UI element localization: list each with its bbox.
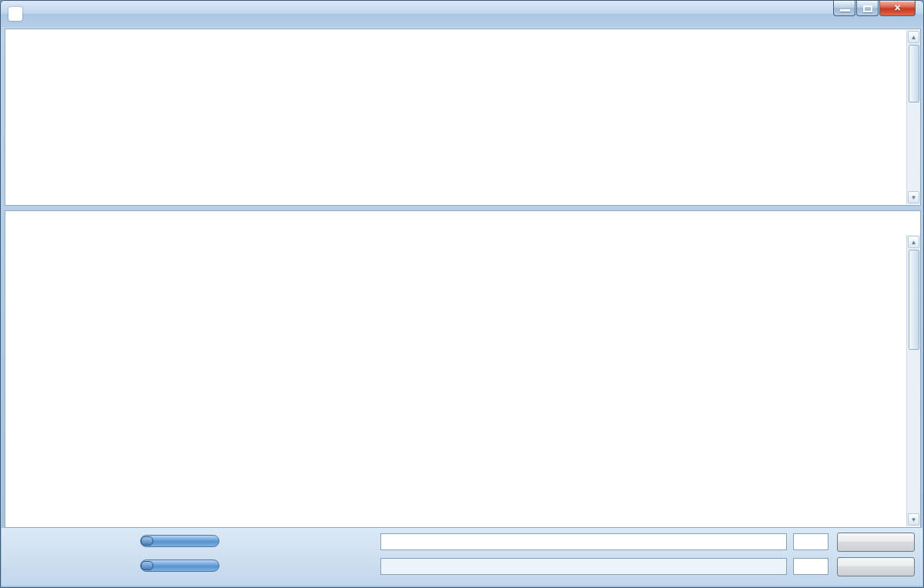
rules-panel: ▲ ▼ [5, 210, 921, 528]
scroll-up-icon[interactable]: ▲ [908, 31, 919, 43]
minimize-icon [840, 9, 850, 12]
attributes-panel: ▲ ▼ [5, 29, 921, 206]
maximize-icon [863, 5, 872, 12]
formula-excel-input[interactable] [380, 533, 787, 550]
slider-thumb[interactable] [141, 561, 153, 570]
maximize-button[interactable] [856, 1, 879, 16]
scrollbar-top[interactable]: ▲ ▼ [906, 30, 920, 204]
scroll-down-icon[interactable]: ▼ [908, 191, 919, 203]
close-button-bottom[interactable] [837, 557, 915, 576]
formula-max-match-slider[interactable] [140, 535, 219, 547]
minimize-button[interactable] [833, 1, 855, 16]
if-operator-input[interactable] [793, 533, 829, 550]
slider-thumb[interactable] [141, 536, 153, 546]
scroll-up-icon[interactable]: ▲ [908, 236, 919, 248]
and-operator-input[interactable] [793, 558, 829, 575]
close-icon: × [880, 1, 915, 15]
scroll-down-icon[interactable]: ▼ [908, 513, 919, 526]
minimal-count-slider[interactable] [140, 559, 219, 572]
scroll-thumb[interactable] [909, 250, 919, 350]
scroll-thumb[interactable] [909, 45, 919, 102]
window-buttons: × [832, 1, 916, 16]
formula-statistics-input[interactable] [380, 558, 787, 575]
titlebar: × [1, 1, 923, 27]
app-icon [8, 7, 22, 21]
controls-bar [2, 528, 922, 586]
close-button[interactable]: × [879, 1, 916, 16]
scrollbar-bottom[interactable]: ▲ ▼ [906, 235, 920, 526]
apply-button[interactable] [837, 533, 915, 552]
app-window: × ▲ ▼ ▲ ▼ [0, 0, 924, 588]
